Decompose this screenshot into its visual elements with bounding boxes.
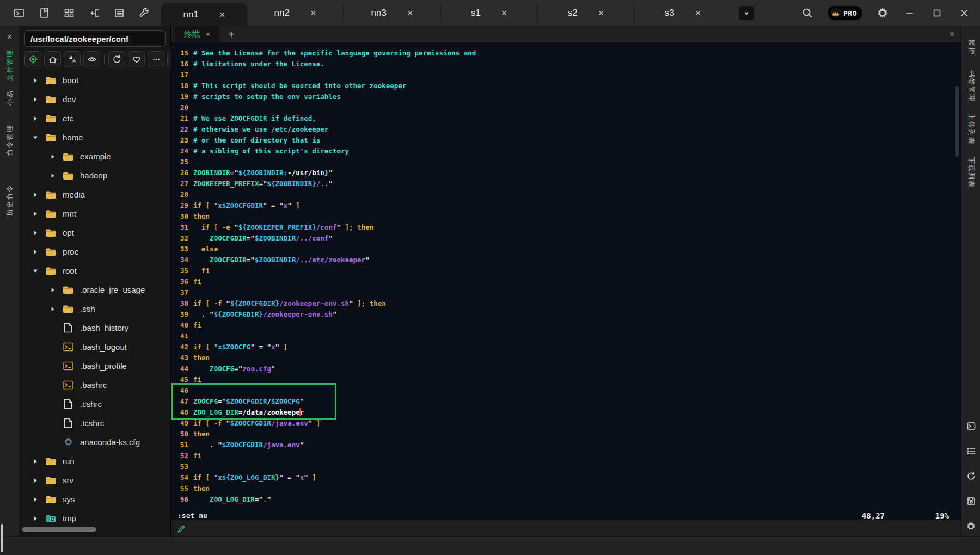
editor-vscrollbar[interactable] (955, 86, 959, 157)
tree-item-.oracle_jre_usage[interactable]: .oracle_jre_usage (24, 280, 166, 299)
tree-item-anaconda-ks.cfg[interactable]: anaconda-ks.cfg (24, 433, 166, 452)
left-rail-item-2[interactable]: 小易 (0, 94, 19, 102)
left-rail-item-4[interactable]: 历史命令 (0, 196, 19, 205)
session-tab-s3[interactable]: s3× (635, 0, 731, 26)
chevron-right-icon[interactable] (50, 173, 56, 178)
session-tab-close-icon[interactable]: × (695, 8, 701, 18)
tree-item-example[interactable]: example (24, 147, 166, 166)
tree-item-root[interactable]: root (24, 261, 166, 280)
terminal-panel-close-icon[interactable]: × (950, 29, 954, 39)
chevron-right-icon[interactable] (50, 154, 56, 159)
refresh-button[interactable] (108, 51, 125, 67)
tree-item-proc[interactable]: proc (24, 242, 166, 261)
chevron-right-icon[interactable] (32, 249, 39, 255)
chevron-right-icon[interactable] (32, 516, 39, 521)
settings-gear-icon[interactable] (875, 6, 890, 20)
session-tab-close-icon[interactable]: × (501, 8, 507, 18)
chevron-right-icon[interactable] (50, 306, 56, 312)
home-button[interactable] (44, 51, 61, 67)
session-tab-nn2[interactable]: nn2× (247, 0, 343, 26)
chevron-right-icon[interactable] (32, 192, 39, 198)
new-terminal-tab-button[interactable]: + (228, 29, 235, 40)
chevron-down-icon[interactable] (32, 135, 39, 140)
session-tab-nn3[interactable]: nn3× (344, 0, 440, 26)
session-tab-label: nn3 (371, 8, 387, 18)
more-button[interactable] (148, 51, 164, 67)
heart-button[interactable] (128, 51, 145, 67)
session-tab-close-icon[interactable]: × (219, 10, 225, 20)
terminal-tab[interactable]: 终端 × (175, 26, 219, 42)
right-rail-item-4[interactable]: 下载列表 (961, 168, 980, 177)
terminal-icon[interactable] (12, 6, 26, 20)
code-line-53: 53 (175, 461, 961, 472)
tree-item-opt[interactable]: opt (24, 223, 166, 242)
chevron-right-icon[interactable] (32, 459, 39, 464)
save-icon[interactable] (966, 496, 977, 507)
chevron-right-icon[interactable] (32, 78, 39, 83)
tree-item-home[interactable]: home (24, 128, 166, 147)
task-list-icon[interactable] (966, 446, 977, 457)
session-tab-nn1[interactable]: nn1× (161, 3, 247, 26)
pen-icon[interactable] (176, 523, 187, 534)
session-tab-close-icon[interactable]: × (310, 8, 316, 18)
session-tab-close-icon[interactable]: × (598, 8, 604, 18)
window-close-button[interactable] (957, 6, 971, 20)
path-input[interactable] (24, 30, 166, 47)
tree-item-media[interactable]: media (24, 185, 166, 204)
session-tab-close-icon[interactable]: × (407, 8, 413, 18)
tree-item-mnt[interactable]: mnt (24, 204, 166, 223)
sidebar-close-icon[interactable]: × (0, 32, 19, 42)
tools-icon[interactable] (137, 6, 151, 20)
eye-button[interactable] (83, 51, 100, 67)
tree-item-.tcshrc[interactable]: .tcshrc (24, 414, 166, 433)
chevron-right-icon[interactable] (32, 497, 39, 502)
left-rail-item-1[interactable]: 文件管理 (0, 61, 19, 70)
chevron-right-icon[interactable] (32, 478, 39, 483)
chevron-right-icon[interactable] (32, 116, 39, 121)
file-tree-hscrollbar[interactable] (22, 527, 96, 532)
connections-icon[interactable] (87, 6, 101, 20)
more-tabs-dropdown-button[interactable] (738, 5, 755, 21)
tree-item-tmp[interactable]: tmp (24, 509, 166, 528)
tree-item-hadoop[interactable]: hadoop (24, 166, 166, 185)
tree-item-.bashrc[interactable]: .bashrc (24, 375, 166, 394)
tree-item-sys[interactable]: sys (24, 490, 166, 509)
tree-item-run[interactable]: run (24, 452, 166, 471)
right-rail-item-2[interactable]: 书签管理 (961, 82, 980, 90)
search-icon[interactable] (800, 6, 814, 20)
tree-item-srv[interactable]: srv (24, 471, 166, 490)
left-rail-scrollbar[interactable] (1, 524, 3, 552)
chevron-right-icon[interactable] (50, 287, 56, 293)
left-rail-item-3[interactable]: 命令管理 (0, 136, 19, 145)
vim-editor[interactable]: 15# See the License for the specific lan… (171, 42, 961, 520)
tree-item-dev[interactable]: dev (24, 90, 166, 109)
chevron-right-icon[interactable] (32, 230, 39, 236)
window-minimize-button[interactable] (903, 6, 917, 20)
tree-item-.cshrc[interactable]: .cshrc (24, 394, 166, 414)
pro-badge[interactable]: PRO (828, 6, 862, 20)
chevron-right-icon[interactable] (32, 97, 39, 102)
new-session-icon[interactable] (37, 6, 51, 20)
right-rail-item-3[interactable]: 上传列表 (961, 125, 980, 133)
tree-item-boot[interactable]: boot (24, 71, 166, 90)
terminal-box-icon[interactable] (966, 421, 977, 431)
window-maximize-button[interactable] (930, 6, 944, 20)
session-tab-s1[interactable]: s1× (441, 0, 537, 26)
chevron-down-icon[interactable] (32, 268, 39, 274)
sync-icon[interactable] (966, 471, 977, 482)
chevron-right-icon[interactable] (32, 211, 39, 217)
session-tab-s2[interactable]: s2× (538, 0, 634, 26)
locate-button[interactable] (24, 51, 41, 67)
right-rail-item-1[interactable]: 监控 (961, 43, 980, 52)
gear-icon[interactable] (966, 521, 977, 532)
tree-item-.bash_history[interactable]: .bash_history (24, 318, 166, 337)
layout-icon[interactable] (62, 6, 76, 20)
tree-item-.ssh[interactable]: .ssh (24, 299, 166, 318)
tree-item-etc[interactable]: etc (24, 109, 166, 128)
tree-item-.bash_logout[interactable]: .bash_logout (24, 337, 166, 356)
folder-icon (63, 305, 74, 313)
collapse-button[interactable] (64, 51, 81, 67)
terminal-tab-close-icon[interactable]: × (206, 30, 210, 39)
tree-item-.bash_profile[interactable]: .bash_profile (24, 356, 166, 375)
server-list-icon[interactable] (112, 6, 126, 20)
